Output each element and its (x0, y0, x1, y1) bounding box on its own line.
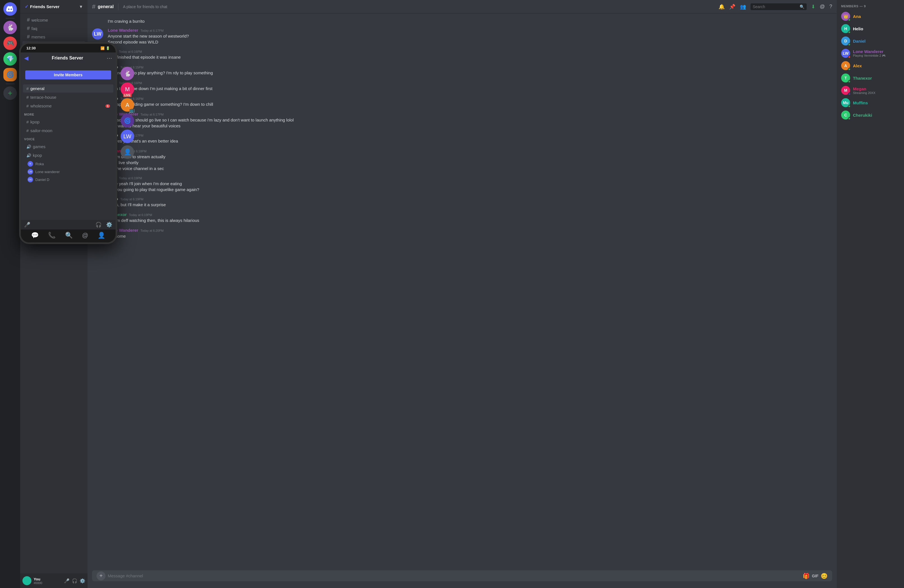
phone-channel-kpop[interactable]: # kpop (23, 118, 113, 126)
at-icon[interactable]: @ (820, 4, 825, 9)
dm-item-5[interactable]: 👤 (121, 145, 134, 159)
member-item-lone-wanderer[interactable]: LW Lone Wanderer Playing Vermintide 2 🎮 (839, 47, 902, 60)
member-status-streaming (848, 93, 851, 95)
server-icon-friends[interactable]: 💎 (3, 52, 17, 66)
phone-voice-member-lone[interactable]: LW Lone wanderer (21, 168, 115, 175)
search-bar[interactable]: 🔍 (751, 3, 807, 10)
message-row: H Helio Today at 6:19PM probs, but I'll … (87, 193, 837, 209)
download-icon[interactable]: ⬇ (811, 4, 815, 10)
main-content: # general A place for friends to chat 🔔 … (87, 0, 837, 588)
member-status-online (848, 19, 851, 21)
phone-channel-name-wholesome: wholesome (30, 104, 52, 108)
member-avatar-megan: M (841, 86, 850, 95)
server-icon-active[interactable]: 🌀 (3, 68, 17, 81)
member-item-megan[interactable]: M Megan Streaming 20XX (839, 84, 902, 96)
gif-icon[interactable]: GIF (812, 574, 819, 578)
phone-channel-sailor-moon[interactable]: # sailor-moon (23, 126, 113, 135)
message-continuation: I'm craving a burrito (87, 18, 837, 24)
phone-nav-profile[interactable]: 👤 (98, 232, 105, 239)
audio-settings-icon[interactable]: 🎤 (24, 221, 30, 228)
dm-item-4[interactable]: LW (121, 130, 134, 143)
member-info: Megan Streaming 20XX (853, 86, 899, 95)
member-item-ana[interactable]: 👑 Ana (839, 10, 902, 22)
dm-item-3[interactable]: 🌀 (121, 114, 134, 127)
message-content: Alex Today at 6:19PM Dope yeah I'll join… (108, 175, 832, 193)
server-dropdown-icon[interactable]: ▼ (79, 4, 83, 9)
channel-item-faq[interactable]: # faq (22, 24, 85, 33)
bell-icon[interactable]: 🔔 (719, 4, 725, 10)
message-text: Oh I'm down to stream actually (108, 154, 832, 160)
phone-voice-member-name: Roka (35, 162, 44, 166)
hash-icon: # (26, 104, 28, 108)
headphones-icon[interactable]: 🎧 (95, 221, 101, 228)
add-file-button[interactable]: + (96, 571, 106, 580)
phone-nav-search[interactable]: 🔍 (65, 232, 73, 239)
deafen-icon[interactable]: 🎧 (72, 578, 77, 583)
settings-icon[interactable]: ⚙️ (80, 578, 85, 583)
member-item-helio[interactable]: H Helio (839, 22, 902, 35)
back-icon[interactable]: ◀ (24, 55, 28, 62)
phone-nav-mentions[interactable]: @ (82, 232, 88, 239)
server-icon-1[interactable]: 🐇 (3, 21, 17, 34)
member-item-daniel[interactable]: D Daniel (839, 35, 902, 47)
more-options-icon[interactable]: ⋯ (107, 55, 112, 62)
search-input[interactable] (753, 5, 797, 9)
member-info: Thanexor (853, 76, 899, 81)
member-item-cherukiki[interactable]: C Cherukiki (839, 109, 902, 121)
help-icon[interactable]: ? (830, 4, 832, 9)
member-activity-megan: Streaming 20XX (853, 91, 899, 95)
discord-home-icon[interactable] (3, 2, 17, 16)
member-item-muffins[interactable]: Mu Muffins (839, 96, 902, 109)
message-content: Helio Today at 6:15PM Anyone want to pla… (108, 65, 832, 76)
member-avatar-cherukiki: C (841, 111, 850, 120)
message-input[interactable] (108, 570, 800, 581)
message-text: I just want to hear your beautiful voice… (108, 123, 832, 129)
member-avatar-ana: 👑 (841, 12, 850, 21)
dm-item-stream[interactable]: A 📺 (121, 98, 134, 112)
phone-channel-wholesome[interactable]: # wholesome 1 (23, 102, 113, 110)
phone-channel-name-general: general (30, 86, 44, 91)
members-header: MEMBERS — 9 (839, 5, 902, 8)
dm-item-live[interactable]: M LIVE (121, 82, 134, 96)
message-input-box: + 🎁 GIF 😊 (92, 570, 832, 581)
server-sidebar: 🐇 🎮 💎 🌀 + (0, 0, 20, 588)
phone-voice-member-daniel[interactable]: DD Daniel D (21, 175, 115, 183)
phone-voice-avatar: R (27, 161, 33, 167)
channel-item-welcome[interactable]: # welcome (22, 16, 85, 24)
phone-nav-messages[interactable]: 💬 (31, 232, 39, 239)
message-timestamp: Today at 6:17PM (141, 29, 164, 32)
mute-icon[interactable]: 🎤 (64, 578, 70, 583)
dm-item-1[interactable]: 🐇 (121, 67, 134, 80)
channel-item-memes[interactable]: # memes (22, 33, 85, 41)
settings-icon-phone[interactable]: ⚙️ (106, 221, 112, 228)
member-item-alex[interactable]: A Alex (839, 60, 902, 72)
emoji-icon[interactable]: 😊 (821, 572, 828, 579)
members-icon[interactable]: 👥 (740, 4, 746, 10)
member-name-cherukiki: Cherukiki (853, 113, 899, 117)
add-server-button[interactable]: + (3, 86, 17, 100)
gift-icon[interactable]: 🎁 (803, 572, 810, 579)
phone-channel-general[interactable]: # general (23, 84, 113, 93)
member-item-thanexor[interactable]: T Thanexor (839, 72, 902, 84)
server-header[interactable]: ✓ Friends Server ▼ (20, 0, 87, 13)
messages-container: I'm craving a burrito LW Lone Wanderer T… (87, 13, 837, 570)
speaker-icon: 🔊 (26, 153, 31, 158)
pin-icon[interactable]: 📌 (729, 4, 735, 10)
server-icon-2[interactable]: 🎮 (3, 36, 17, 50)
message-row: A Alex Today at 6:16PM Ohhh I could be d… (87, 77, 837, 93)
message-timestamp: Today at 6:19PM (119, 177, 142, 180)
phone-audio-bar: 🎤 🎧 ⚙️ (21, 220, 115, 229)
phone-voice-avatar: LW (27, 169, 33, 174)
message-row: T Thanexor Today at 6:19PM Oh I'm deff w… (87, 209, 837, 224)
phone-voice-games[interactable]: 🔊 games (23, 142, 113, 151)
phone-invite-button[interactable]: Invite Members (25, 70, 111, 79)
phone-channel-terrace[interactable]: # terrace-house (23, 93, 113, 101)
channel-name-faq: faq (32, 26, 83, 31)
phone-voice-member-roka[interactable]: R Roka (21, 160, 115, 168)
phone-voice-kpop[interactable]: 🔊 kpop (23, 151, 113, 159)
member-avatar-lone-wanderer: LW (841, 49, 850, 58)
phone-mic-icons: 🎧 ⚙️ (95, 221, 112, 228)
phone-nav-calls[interactable]: 📞 (48, 232, 55, 239)
stream-icon: 📺 (129, 107, 135, 113)
phone-icons: 📶 🔋 (100, 46, 110, 50)
